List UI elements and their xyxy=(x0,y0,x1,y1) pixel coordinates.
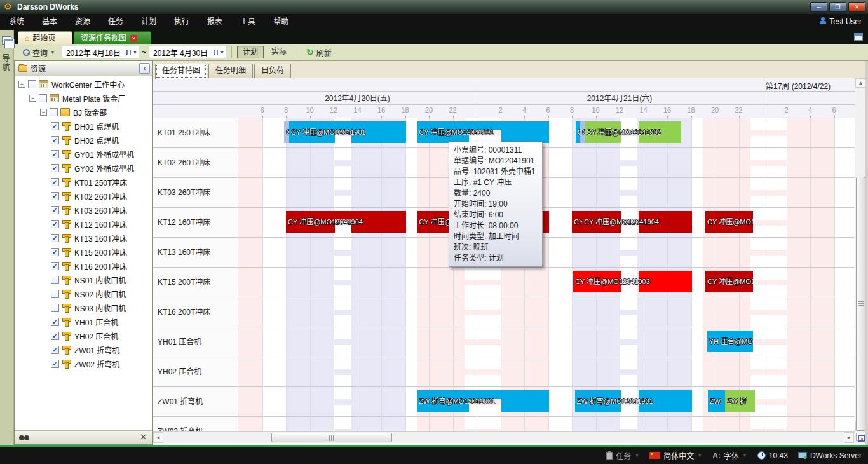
menu-item[interactable]: 资源 xyxy=(66,14,99,30)
task-bar[interactable]: C xyxy=(284,121,289,143)
vertical-scroll-thumb[interactable] xyxy=(856,177,865,431)
status-language-menu[interactable]: 简体中文▼ xyxy=(649,450,702,461)
date-to-picker-button[interactable]: ▼ xyxy=(212,46,226,58)
refresh-button[interactable]: ↻ 刷新 xyxy=(302,46,336,58)
tree-item[interactable]: NS02 内收口机 xyxy=(15,287,152,301)
tree-item[interactable]: NS01 内收口机 xyxy=(15,273,152,287)
scroll-up-icon[interactable]: ▲ xyxy=(855,78,866,88)
tree-checkbox[interactable]: ✓ xyxy=(51,164,59,172)
tree-checkbox[interactable]: ✓ xyxy=(51,262,59,270)
tree-item[interactable]: ✓YH02 压合机 xyxy=(15,329,152,343)
tree-item[interactable]: ✓DH01 点焊机 xyxy=(15,119,152,133)
collapse-panel-button[interactable]: ‹ xyxy=(139,63,150,74)
tree-item[interactable]: −Metal Plate 钣金厂 xyxy=(15,91,152,105)
tree-item[interactable]: ✓ZW02 折弯机 xyxy=(15,357,152,371)
actual-mode-button[interactable]: 实际 xyxy=(266,46,292,58)
task-bar[interactable]: CY 冲压@MO12041901 xyxy=(289,121,407,143)
task-bar[interactable]: CY 冲压@MO12041903 xyxy=(573,271,693,292)
panels-icon[interactable] xyxy=(2,36,11,45)
tree-item[interactable]: ✓GY02 外桶成型机 xyxy=(15,161,152,175)
tree-item[interactable]: ✓DH02 点焊机 xyxy=(15,133,152,147)
tree-item[interactable]: ✓YH01 压合机 xyxy=(15,315,152,329)
tree-expander-icon[interactable]: − xyxy=(40,109,47,116)
tree-item[interactable]: NS03 内收口机 xyxy=(15,301,152,315)
task-bar[interactable]: CY 冲压@MO12041901 xyxy=(417,121,549,143)
tree-item[interactable]: ✓KT02 260T冲床 xyxy=(15,189,152,203)
task-bar[interactable]: CY 冲 xyxy=(572,211,582,233)
tree-checkbox[interactable]: ✓ xyxy=(51,122,59,130)
vertical-scrollbar[interactable]: ▲ ▼ xyxy=(855,78,865,431)
task-bar[interactable]: YH 压合@MO1 xyxy=(707,331,753,352)
menu-item[interactable]: 工具 xyxy=(231,14,264,30)
menu-item[interactable]: 执行 xyxy=(165,14,198,30)
tree-item[interactable]: −BJ 钣金部 xyxy=(15,105,152,119)
menu-item[interactable]: 基本 xyxy=(33,14,66,30)
date-from-field[interactable]: 2012年 4月18日 ▼ xyxy=(62,46,139,58)
tab-home[interactable]: ⌂起始页 xyxy=(18,31,72,44)
task-bar[interactable]: CY 冲压@MO12041902 xyxy=(585,121,681,143)
menu-item[interactable]: 系统 xyxy=(0,14,33,30)
task-bar[interactable]: CY 冲压@MO1 xyxy=(705,271,753,292)
tree-item[interactable]: ✓KT15 200T冲床 xyxy=(15,245,152,259)
scroll-right-icon[interactable]: ▸ xyxy=(844,432,854,443)
query-button[interactable]: 查询▼ xyxy=(19,46,59,58)
tree-checkbox[interactable]: ✓ xyxy=(51,332,59,340)
tree-item[interactable]: ✓KT13 160T冲床 xyxy=(15,231,152,245)
maximize-button[interactable]: ❐ xyxy=(829,2,846,12)
layout-icon[interactable] xyxy=(854,33,863,41)
menu-item[interactable]: 报表 xyxy=(198,14,231,30)
tree-checkbox[interactable]: ✓ xyxy=(51,248,59,256)
task-bar[interactable]: CY 冲压@MO1 xyxy=(705,211,753,233)
tree-checkbox[interactable] xyxy=(50,108,58,116)
tree-checkbox[interactable]: ✓ xyxy=(51,192,59,200)
task-bar[interactable]: CY 冲压@MO12041904 xyxy=(286,211,406,233)
view-tab-1[interactable]: 任务明细 xyxy=(208,64,253,78)
scroll-left-icon[interactable]: ◂ xyxy=(153,432,163,443)
tree-checkbox[interactable] xyxy=(51,276,59,284)
current-user[interactable]: Test User xyxy=(820,14,862,30)
status-font-menu[interactable]: A: 字体▼ xyxy=(712,450,747,461)
horizontal-scroll-thumb[interactable] xyxy=(271,433,392,442)
tree-expander-icon[interactable]: − xyxy=(29,95,36,102)
view-tab-2[interactable]: 日负荷 xyxy=(254,64,291,78)
task-bar[interactable]: ZW 折弯@MO12041901 xyxy=(575,390,693,412)
tree-checkbox[interactable]: ✓ xyxy=(51,206,59,214)
tree-item[interactable]: ✓KT12 160T冲床 xyxy=(15,217,152,231)
menu-item[interactable]: 帮助 xyxy=(264,14,297,30)
tree-checkbox[interactable]: ✓ xyxy=(51,220,59,228)
tree-checkbox[interactable] xyxy=(39,94,47,102)
date-from-picker-button[interactable]: ▼ xyxy=(125,46,139,58)
tree-expander-icon[interactable]: − xyxy=(18,81,25,88)
task-bar[interactable]: CY 冲压@MO12041904 xyxy=(582,211,692,233)
tree-checkbox[interactable]: ✓ xyxy=(51,136,59,144)
tree-checkbox[interactable] xyxy=(51,290,59,298)
find-icon[interactable] xyxy=(19,434,31,441)
menu-item[interactable]: 计划 xyxy=(132,14,165,30)
status-task-menu[interactable]: 任务▼ xyxy=(606,450,639,461)
task-bar[interactable]: ZW 折 xyxy=(725,390,755,412)
tree-checkbox[interactable] xyxy=(51,304,59,312)
task-bar[interactable]: ZW 折弯@MO12041901 xyxy=(417,390,549,412)
tree-item[interactable]: ✓KT01 250T冲床 xyxy=(15,175,152,189)
tree-checkbox[interactable]: ✓ xyxy=(51,178,59,186)
tree-checkbox[interactable]: ✓ xyxy=(51,318,59,326)
tree-item[interactable]: −WorkCenter 工作中心 xyxy=(15,77,152,91)
tree-checkbox[interactable]: ✓ xyxy=(51,234,59,242)
tree-checkbox[interactable]: ✓ xyxy=(51,346,59,354)
menu-item[interactable]: 任务 xyxy=(99,14,132,30)
plan-mode-button[interactable]: 计划 xyxy=(237,46,264,58)
fit-view-button[interactable] xyxy=(856,433,864,441)
horizontal-scrollbar[interactable]: ◂ ▸ xyxy=(153,431,855,443)
tree-checkbox[interactable] xyxy=(28,80,36,88)
tree-item[interactable]: ✓KT03 260T冲床 xyxy=(15,203,152,217)
clear-icon[interactable]: ✕ xyxy=(140,432,147,442)
tab-close-icon[interactable]: ✕ xyxy=(130,35,137,42)
tree-checkbox[interactable]: ✓ xyxy=(51,360,59,368)
tree-item[interactable]: ✓GY01 外桶成型机 xyxy=(15,147,152,161)
tab-resource-task-view[interactable]: 资源任务视图✕ xyxy=(74,31,151,44)
date-to-field[interactable]: 2012年 4月30日 ▼ xyxy=(149,46,226,58)
close-button[interactable]: ✕ xyxy=(848,2,865,12)
tree-item[interactable]: ✓ZW01 折弯机 xyxy=(15,343,152,357)
tree-checkbox[interactable]: ✓ xyxy=(51,150,59,158)
task-bar[interactable]: C xyxy=(576,121,581,143)
